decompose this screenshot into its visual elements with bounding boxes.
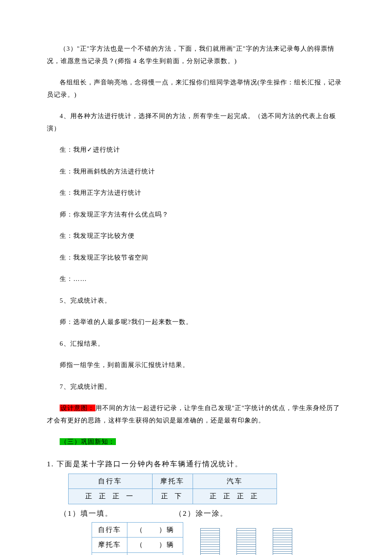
section-heading: （三）巩固新知：	[47, 436, 345, 448]
bar-column: 汽车	[273, 528, 292, 555]
design-intent: 设计意图：用不同的方法一起进行记录，让学生自己发现"正"字统计的优点，学生亲身经…	[47, 402, 345, 426]
dialogue-line: 师：你发现正字方法有什么优点吗？	[47, 208, 345, 221]
highlight-red: 设计意图：	[60, 405, 95, 411]
table-row: 摩托车 （ ）辆	[92, 538, 183, 552]
fill-cell: 汽车	[92, 552, 127, 555]
fill-table: 自行车 （ ）辆 摩托车 （ ）辆 汽车 （ ）辆	[92, 522, 183, 555]
table-row: 汽车 （ ）辆	[92, 552, 183, 555]
document-page: （3）"正"字方法也是一个不错的方法，下面，我们就用画"正"字的方法来记录每人的…	[0, 0, 392, 555]
table-header: 自行车	[69, 474, 153, 489]
highlight-green: （三）巩固新知：	[60, 438, 116, 445]
table-row: 自行车 摩托车 汽车	[69, 474, 277, 489]
table-row: 正 正 正 一 正 下 正 正 正 正	[69, 489, 277, 504]
paragraph: 7、完成统计图。	[47, 381, 345, 393]
subquestion-1: （1）填一填。	[60, 507, 153, 520]
fill-cell: （ ）辆	[127, 522, 183, 537]
fill-cell: 自行车	[92, 522, 127, 537]
dialogue-line: 生：我发现正字比较节省空间	[47, 251, 345, 264]
subquestion-row: （1）填一填。 （2）涂一涂。	[60, 507, 345, 520]
paragraph: 6、汇报结果。	[47, 338, 345, 350]
fill-cell: （ ）辆	[127, 552, 183, 555]
paragraph: 师：选举谁的人最多呢?我们一起来数一数。	[47, 316, 345, 328]
tally-table: 自行车 摩托车 汽车 正 正 正 一 正 下 正 正 正 正	[68, 474, 277, 504]
bar-column: 自行车	[200, 528, 220, 555]
bar-shell	[273, 528, 292, 555]
exercise-title: 1. 下面是某十字路口一分钟内各种车辆通行情况统计。	[47, 457, 345, 471]
bar-column: 摩托车	[236, 528, 256, 555]
dialogue-line: 生：我用画斜线的方法进行统计	[47, 165, 345, 178]
exercise-block: 1. 下面是某十字路口一分钟内各种车辆通行情况统计。 自行车 摩托车 汽车 正 …	[47, 457, 345, 555]
bar-chart: 自行车 摩托车	[196, 520, 307, 555]
table-row: 自行车 （ ）辆	[92, 522, 183, 537]
answer-area: 自行车 （ ）辆 摩托车 （ ）辆 汽车 （ ）辆	[68, 520, 345, 555]
tally-marks: 正 正 正 一	[69, 489, 153, 504]
dialogue-line: 生：……	[47, 273, 345, 285]
paragraph: 师指一组学生，到前面展示汇报统计结果。	[47, 359, 345, 371]
fill-cell: 摩托车	[92, 538, 127, 552]
bar-shell	[200, 528, 220, 555]
fill-cell: （ ）辆	[127, 538, 183, 552]
bar-shell	[236, 528, 256, 555]
tally-marks: 正 下	[152, 489, 193, 504]
paragraph: 4、用各种方法进行统计，选择不同的方法，所有学生一起完成。（选不同方法的代表上台…	[47, 110, 345, 134]
table-header: 汽车	[193, 474, 277, 489]
tally-marks: 正 正 正 正	[193, 489, 277, 504]
paragraph: 各组组长，声音响亮地，念得慢一点，来汇报你们组同学选举情况(学生操作：组长汇报，…	[47, 76, 345, 101]
table-header: 摩托车	[152, 474, 193, 489]
dialogue-line: 生：我用✓进行统计	[47, 144, 345, 156]
paragraph: 5、完成统计表。	[47, 295, 345, 307]
dialogue-line: 生：我用正字方法进行统计	[47, 187, 345, 199]
dialogue-line: 生：我发现正字比较方便	[47, 230, 345, 242]
subquestion-2: （2）涂一涂。	[175, 507, 228, 520]
paragraph: （3）"正"字方法也是一个不错的方法，下面，我们就用画"正"字的方法来记录每人的…	[47, 43, 345, 67]
